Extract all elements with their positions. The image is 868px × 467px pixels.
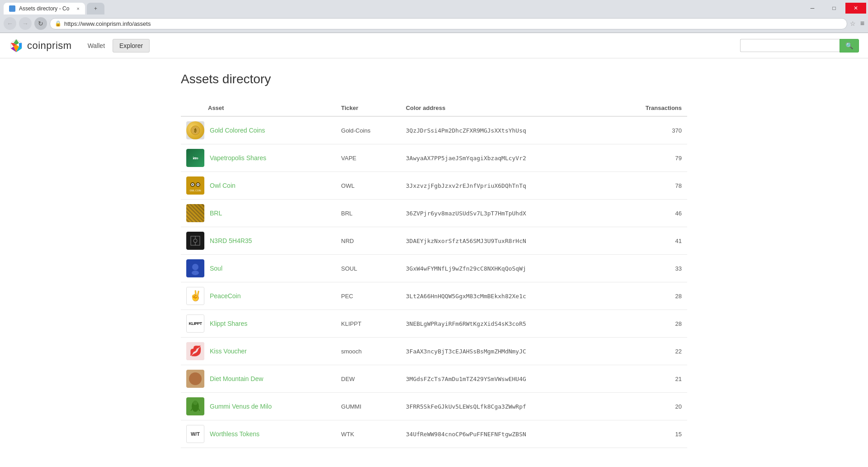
main-content: Assets directory Asset Ticker Color addr…: [163, 58, 705, 467]
table-row: Diet Mountain Dew DEW 3MGdsFZcTs7AmDu1mT…: [181, 365, 687, 393]
address-bar: 🔒 https://www.coinprism.info/assets: [50, 18, 847, 29]
asset-cell: Gummi Venus de Milo: [181, 393, 336, 420]
close-button[interactable]: ✕: [845, 3, 866, 14]
ticker-cell: Gold-Coins: [336, 116, 401, 144]
tab-favicon: [9, 5, 15, 12]
main-nav: Wallet Explorer: [81, 39, 150, 52]
bookmark-icon[interactable]: ☆: [850, 20, 856, 27]
menu-icon[interactable]: ≡: [860, 19, 864, 28]
ticker-cell: GUMMI: [336, 393, 401, 420]
col-asset: Asset: [181, 100, 336, 116]
address-cell: 3QzJDrSsi4Pm2DhcZFXR9MGJsXXtsYhUsq: [401, 116, 612, 144]
svg-point-14: [198, 184, 199, 186]
nav-explorer[interactable]: Explorer: [113, 39, 150, 52]
col-transactions: Transactions: [611, 100, 687, 116]
svg-text:OWL COIN: OWL COIN: [189, 189, 201, 192]
transactions-cell: 78: [611, 172, 687, 200]
table-row: 💋 Kiss Voucher smooch 3FaAX3ncyBjT3cEJAH…: [181, 338, 687, 365]
back-button[interactable]: ←: [4, 17, 16, 30]
lock-icon: 🔒: [55, 20, 61, 27]
new-tab-btn[interactable]: +: [87, 3, 104, 14]
forward-button[interactable]: →: [19, 17, 32, 30]
asset-icon: [186, 204, 204, 222]
address-cell: 3JxzvzjFgbJzxv2rEJnfVpriuX6DQhTnTq: [401, 172, 612, 200]
asset-icon: ✌: [186, 287, 204, 305]
col-address: Color address: [401, 100, 612, 116]
asset-name-link[interactable]: Kiss Voucher: [210, 348, 247, 355]
address-cell: 3NEBLgWPRayiRFm6RWtKgzXidS4sK3coR5: [401, 310, 612, 338]
transactions-cell: 15: [611, 420, 687, 448]
transactions-cell: 370: [611, 116, 687, 144]
minimize-button[interactable]: ─: [802, 3, 823, 14]
address-cell: 3Lt2A66HnHQQW5GgxM83cMmBEkxh82Xe1c: [401, 282, 612, 310]
search-button[interactable]: 🔍: [840, 39, 859, 52]
asset-name-link[interactable]: Vapetropolis Shares: [210, 154, 266, 162]
asset-cell: KLIPPT Klippt Shares: [181, 310, 336, 338]
svg-point-17: [193, 239, 197, 243]
active-tab[interactable]: Assets directory - Co ×: [4, 3, 85, 14]
refresh-button[interactable]: ↻: [34, 17, 47, 30]
site-header: coinprism Wallet Explorer 🔍: [0, 33, 868, 58]
transactions-cell: 20: [611, 393, 687, 420]
page-title: Assets directory: [181, 72, 687, 86]
asset-name-link[interactable]: Soul: [210, 265, 222, 272]
col-ticker: Ticker: [336, 100, 401, 116]
address-cell: 34UfReWW984cnoCP6wPuFFNEFNFtgwZBSN: [401, 420, 612, 448]
nav-wallet[interactable]: Wallet: [81, 39, 112, 52]
asset-icon: W/T: [186, 425, 204, 443]
address-cell: 3MGdsFZcTs7AmDu1mTZ429YSmVWswEHU4G: [401, 365, 612, 393]
asset-icon: [186, 397, 204, 415]
address-cell: 3FRR5SkFeGJkUv5LEWsQLfk8Cga3ZWwRpf: [401, 393, 612, 420]
asset-name-link[interactable]: Gold Colored Coins: [210, 127, 265, 134]
asset-cell: Soul: [181, 255, 336, 282]
ticker-cell: VAPE: [336, 144, 401, 172]
asset-icon: ₿: [186, 121, 204, 139]
svg-text:₿: ₿: [194, 128, 197, 133]
asset-name-link[interactable]: Klippt Shares: [210, 320, 247, 327]
asset-name-link[interactable]: BRL: [210, 210, 222, 217]
search-area: 🔍: [740, 39, 859, 52]
table-row: KLIPPT Klippt Shares KLIPPT 3NEBLgWPRayi…: [181, 310, 687, 338]
asset-name-link[interactable]: Worthless Tokens: [210, 430, 259, 438]
tab-title: Assets directory - Co: [19, 5, 69, 12]
ticker-cell: DEW: [336, 365, 401, 393]
ticker-cell: KLIPPT: [336, 310, 401, 338]
table-row: OWL COIN Owl Coin OWL 3JxzvzjFgbJzxv2rEJ…: [181, 172, 687, 200]
asset-name-link[interactable]: Diet Mountain Dew: [210, 375, 263, 382]
address-cell: 3DAEYjkzNxorSfztA56SMJ3U9TuxR8rHcN: [401, 227, 612, 255]
table-row: W/T Worthless Tokens WTK 34UfReWW984cnoC…: [181, 420, 687, 448]
url-text[interactable]: https://www.coinprism.info/assets: [64, 20, 842, 27]
asset-icon: [186, 259, 204, 277]
asset-name-link[interactable]: PeaceCoin: [210, 292, 241, 300]
asset-cell: Diet Mountain Dew: [181, 365, 336, 393]
svg-line-24: [191, 408, 193, 411]
transactions-cell: 22: [611, 338, 687, 365]
asset-cell: ₿ Gold Colored Coins: [181, 116, 336, 144]
transactions-cell: 28: [611, 282, 687, 310]
transactions-cell: 33: [611, 255, 687, 282]
asset-icon: [186, 370, 204, 388]
logo-area: coinprism: [9, 38, 72, 53]
svg-line-25: [198, 408, 200, 411]
ticker-cell: OWL: [336, 172, 401, 200]
asset-cell: ietro Vapetropolis Shares: [181, 144, 336, 172]
asset-name-link[interactable]: Owl Coin: [210, 182, 236, 189]
search-input[interactable]: [740, 39, 840, 52]
table-row: ✌ PeaceCoin PEC 3Lt2A66HnHQQW5GgxM83cMmB…: [181, 282, 687, 310]
tab-close-btn[interactable]: ×: [77, 6, 80, 11]
svg-point-20: [192, 264, 198, 270]
ticker-cell: BRL: [336, 200, 401, 227]
transactions-cell: 46: [611, 200, 687, 227]
asset-cell: W/T Worthless Tokens: [181, 420, 336, 448]
svg-point-23: [193, 400, 198, 405]
address-cell: 3AwyaAX7PP5jaeJSmYqagiXbzaqMLcyVr2: [401, 144, 612, 172]
table-row: BRL BRL 36ZVPjr6yv8mazUSUdSv7L3pT7HmTpUh…: [181, 200, 687, 227]
asset-icon: ietro: [186, 149, 204, 167]
maximize-button[interactable]: □: [824, 3, 844, 14]
transactions-cell: 79: [611, 144, 687, 172]
asset-name-link[interactable]: Gummi Venus de Milo: [210, 403, 272, 410]
logo-text: coinprism: [27, 40, 72, 52]
address-cell: 3FaAX3ncyBjT3cEJAHSsBsMgmZHMdNmyJC: [401, 338, 612, 365]
asset-name-link[interactable]: N3RD 5H4R35: [210, 237, 252, 244]
ticker-cell: WTK: [336, 420, 401, 448]
